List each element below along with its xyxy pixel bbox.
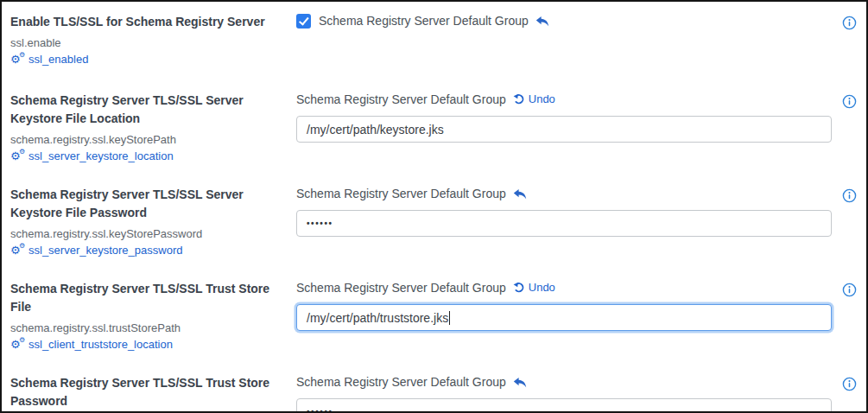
- api-name-label: ssl_client_truststore_location: [29, 337, 173, 352]
- gears-icon: ⚙⚙: [10, 244, 26, 257]
- ssl-enable-checkbox[interactable]: [296, 14, 311, 29]
- api-name-label: ssl_enabled: [29, 52, 88, 67]
- undo-icon: [513, 282, 525, 294]
- info-icon[interactable]: [842, 283, 857, 297]
- undo-label: Undo: [529, 91, 555, 108]
- undo-icon: [513, 93, 525, 105]
- gears-icon: ⚙⚙: [10, 338, 26, 351]
- group-label: Schema Registry Server Default Group: [296, 373, 506, 391]
- group-label: Schema Registry Server Default Group: [319, 12, 529, 29]
- config-property-name: schema.registry.ssl.keyStorePath: [10, 132, 296, 147]
- config-label: Schema Registry Server TLS/SSL Trust Sto…: [10, 374, 296, 410]
- config-label: Enable TLS/SSL for Schema Registry Serve…: [10, 13, 296, 31]
- config-panel: Enable TLS/SSL for Schema Registry Serve…: [0, 0, 868, 413]
- group-label: Schema Registry Server Default Group: [296, 185, 506, 202]
- config-row-keystore-location: Schema Registry Server TLS/SSL Server Ke…: [10, 91, 866, 166]
- revert-reply-icon[interactable]: [513, 377, 527, 388]
- keystore-location-input[interactable]: /my/cert/path/keystore.jks: [296, 116, 832, 143]
- config-label: Schema Registry Server TLS/SSL Server Ke…: [10, 186, 296, 222]
- info-icon[interactable]: [842, 377, 857, 391]
- info-icon[interactable]: [842, 94, 857, 109]
- config-row-ssl-enable: Enable TLS/SSL for Schema Registry Serve…: [10, 12, 866, 69]
- api-name-link[interactable]: ⚙⚙ ssl_server_keystore_location: [10, 149, 174, 163]
- api-name-label: ssl_server_keystore_location: [29, 149, 174, 163]
- info-icon[interactable]: [842, 188, 857, 203]
- api-name-link[interactable]: ⚙⚙ ssl_enabled: [10, 52, 88, 67]
- keystore-password-input[interactable]: ••••••: [296, 210, 832, 237]
- undo-label: Undo: [529, 279, 555, 296]
- config-row-truststore-location: Schema Registry Server TLS/SSL Trust Sto…: [10, 279, 866, 354]
- group-label: Schema Registry Server Default Group: [296, 279, 506, 296]
- gears-icon: ⚙⚙: [10, 149, 26, 162]
- gears-icon: ⚙⚙: [10, 53, 26, 66]
- api-name-link[interactable]: ⚙⚙ ssl_client_truststore_location: [10, 337, 173, 352]
- config-row-keystore-password: Schema Registry Server TLS/SSL Server Ke…: [10, 185, 866, 260]
- api-name-link[interactable]: ⚙⚙ ssl_server_keystore_password: [10, 243, 182, 257]
- config-property-name: schema.registry.ssl.keyStorePassword: [10, 226, 296, 241]
- revert-reply-icon[interactable]: [535, 16, 549, 27]
- config-row-truststore-password: Schema Registry Server TLS/SSL Trust Sto…: [10, 373, 866, 413]
- config-property-name: schema.registry.ssl.trustStorePath: [10, 321, 296, 335]
- truststore-location-input[interactable]: /my/cert/path/truststore.jks: [296, 304, 832, 331]
- text-caret: [449, 311, 450, 325]
- config-label: Schema Registry Server TLS/SSL Server Ke…: [10, 92, 296, 128]
- group-label: Schema Registry Server Default Group: [296, 91, 506, 108]
- config-property-name: ssl.enable: [10, 35, 296, 50]
- revert-reply-icon[interactable]: [513, 188, 527, 200]
- truststore-password-input[interactable]: ••••••: [296, 398, 832, 413]
- undo-link[interactable]: Undo: [513, 91, 555, 108]
- config-label: Schema Registry Server TLS/SSL Trust Sto…: [10, 280, 296, 316]
- info-icon[interactable]: [842, 16, 857, 30]
- undo-link[interactable]: Undo: [513, 279, 555, 296]
- api-name-label: ssl_server_keystore_password: [29, 243, 182, 257]
